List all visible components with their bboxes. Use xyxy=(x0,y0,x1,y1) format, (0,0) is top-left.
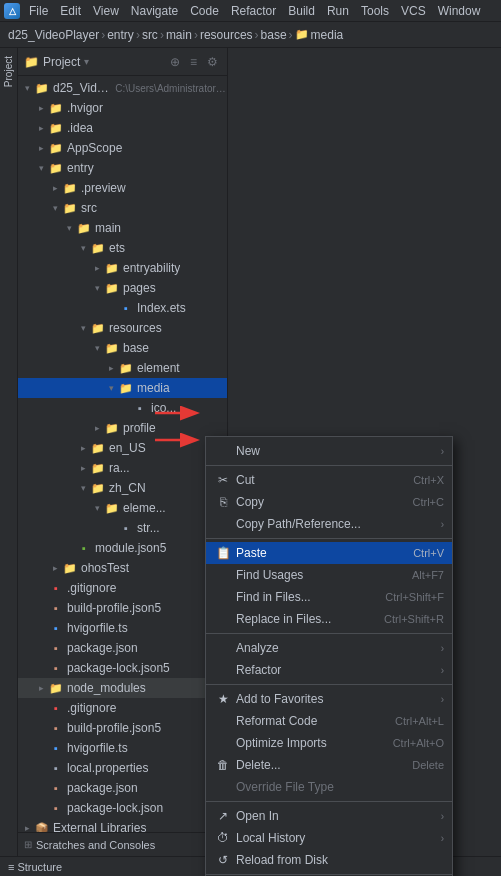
file-icon-package-lock: ▪ xyxy=(48,660,64,676)
ctx-item-add-favorites[interactable]: ★ Add to Favorites xyxy=(206,688,452,710)
panel-dropdown-icon[interactable]: ▾ xyxy=(84,56,89,67)
ctx-item-optimize-imports[interactable]: Optimize Imports Ctrl+Alt+O xyxy=(206,732,452,754)
tree-item-en-us[interactable]: ▸ 📁 en_US xyxy=(18,438,227,458)
ctx-item-reformat[interactable]: Reformat Code Ctrl+Alt+L xyxy=(206,710,452,732)
ctx-arrow-refactor xyxy=(441,665,444,676)
ctx-item-replace-in-files[interactable]: Replace in Files... Ctrl+Shift+R xyxy=(206,608,452,630)
breadcrumb-media-label[interactable]: media xyxy=(311,28,344,42)
scratches-label[interactable]: Scratches and Consoles xyxy=(36,839,155,851)
menu-window[interactable]: Window xyxy=(433,3,486,19)
ctx-item-find-in-files[interactable]: Find in Files... Ctrl+Shift+F xyxy=(206,586,452,608)
menu-build[interactable]: Build xyxy=(283,3,320,19)
ctx-item-new[interactable]: New xyxy=(206,440,452,462)
breadcrumb-src[interactable]: src xyxy=(142,28,158,42)
tree-label-element: element xyxy=(137,361,180,375)
arrow-src: ▾ xyxy=(48,203,62,213)
tree-item-resources[interactable]: ▾ 📁 resources xyxy=(18,318,227,338)
folder-icon-panel: 📁 xyxy=(24,55,39,69)
tree-item-base[interactable]: ▾ 📁 base xyxy=(18,338,227,358)
ctx-item-refactor[interactable]: Refactor xyxy=(206,659,452,681)
ctx-item-analyze[interactable]: Analyze xyxy=(206,637,452,659)
tree-item-hvigorfile2[interactable]: ▪ hvigorfile.ts xyxy=(18,738,227,758)
tree-item-build-profile[interactable]: ▪ build-profile.json5 xyxy=(18,598,227,618)
menu-refactor[interactable]: Refactor xyxy=(226,3,281,19)
tree-item-element[interactable]: ▸ 📁 element xyxy=(18,358,227,378)
tree-item-package-lock2[interactable]: ▪ package-lock.json xyxy=(18,798,227,818)
tree-item-gitignore[interactable]: ▪ .gitignore xyxy=(18,578,227,598)
tree-item-index-ets[interactable]: ▪ Index.ets xyxy=(18,298,227,318)
menu-code[interactable]: Code xyxy=(185,3,224,19)
breadcrumb-media[interactable]: 📁 media xyxy=(295,28,344,42)
tree-item-package-lock[interactable]: ▪ package-lock.json5 xyxy=(18,658,227,678)
menu-run[interactable]: Run xyxy=(322,3,354,19)
tree-item-idea[interactable]: ▸ 📁 .idea xyxy=(18,118,227,138)
tree-item-src[interactable]: ▾ 📁 src xyxy=(18,198,227,218)
ctx-item-local-history[interactable]: ⏱ Local History xyxy=(206,827,452,849)
tree-item-module-json[interactable]: ▪ module.json5 xyxy=(18,538,227,558)
arrow-en-us: ▸ xyxy=(76,443,90,453)
tree-item-package-json2[interactable]: ▪ package.json xyxy=(18,778,227,798)
tree-item-appscope[interactable]: ▸ 📁 AppScope xyxy=(18,138,227,158)
ctx-item-open-in[interactable]: ↗ Open In xyxy=(206,805,452,827)
tree-label-build-profile2: build-profile.json5 xyxy=(67,721,161,735)
ctx-item-delete[interactable]: 🗑 Delete... Delete xyxy=(206,754,452,776)
ctx-item-reload-disk[interactable]: ↺ Reload from Disk xyxy=(206,849,452,871)
ctx-item-cut[interactable]: ✂ Cut Ctrl+X xyxy=(206,469,452,491)
tree-item-ets[interactable]: ▾ 📁 ets xyxy=(18,238,227,258)
tree-item-entry[interactable]: ▾ 📁 entry xyxy=(18,158,227,178)
breadcrumb-resources[interactable]: resources xyxy=(200,28,253,42)
tree-item-ohostest[interactable]: ▸ 📁 ohosTest xyxy=(18,558,227,578)
tree-item-gitignore2[interactable]: ▪ .gitignore xyxy=(18,698,227,718)
menu-vcs[interactable]: VCS xyxy=(396,3,431,19)
panel-collapse-btn[interactable]: ≡ xyxy=(187,54,200,70)
breadcrumb: d25_VideoPlayer › entry › src › main › r… xyxy=(0,22,501,48)
ctx-local-history-icon: ⏱ xyxy=(214,831,232,845)
ctx-item-copy[interactable]: ⎘ Copy Ctrl+C xyxy=(206,491,452,513)
tree-item-zh-cn[interactable]: ▾ 📁 zh_CN xyxy=(18,478,227,498)
tree-item-ico[interactable]: ▪ ico... xyxy=(18,398,227,418)
tree-item-hvigor[interactable]: ▸ 📁 .hvigor xyxy=(18,98,227,118)
menu-navigate[interactable]: Navigate xyxy=(126,3,183,19)
tree-item-package-json[interactable]: ▪ package.json xyxy=(18,638,227,658)
folder-icon-eleme: 📁 xyxy=(104,500,120,516)
menu-tools[interactable]: Tools xyxy=(356,3,394,19)
tree-item-hvigorfile[interactable]: ▪ hvigorfile.ts xyxy=(18,618,227,638)
tree-item-root[interactable]: ▾ 📁 d25_VideoPlayer C:\Users\Administrat… xyxy=(18,78,227,98)
menu-view[interactable]: View xyxy=(88,3,124,19)
tree-item-local-properties[interactable]: ▪ local.properties xyxy=(18,758,227,778)
tree-item-preview[interactable]: ▸ 📁 .preview xyxy=(18,178,227,198)
file-icon-index-ets: ▪ xyxy=(118,300,134,316)
tree-item-media[interactable]: ▾ 📁 media xyxy=(18,378,227,398)
panel-locate-btn[interactable]: ⊕ xyxy=(167,54,183,70)
tree-item-profile[interactable]: ▸ 📁 profile xyxy=(18,418,227,438)
breadcrumb-entry[interactable]: entry xyxy=(107,28,134,42)
arrow-external-libs: ▸ xyxy=(20,823,34,832)
tree-item-external-libs[interactable]: ▸ 📦 External Libraries xyxy=(18,818,227,832)
panel-settings-btn[interactable]: ⚙ xyxy=(204,54,221,70)
breadcrumb-project[interactable]: d25_VideoPlayer xyxy=(8,28,99,42)
tree-item-str[interactable]: ▪ str... xyxy=(18,518,227,538)
tree-item-eleme[interactable]: ▾ 📁 eleme... xyxy=(18,498,227,518)
ctx-item-find-usages[interactable]: Find Usages Alt+F7 xyxy=(206,564,452,586)
icon-external-libs: 📦 xyxy=(34,820,50,832)
tree-item-build-profile2[interactable]: ▪ build-profile.json5 xyxy=(18,718,227,738)
tree-label-index-ets: Index.ets xyxy=(137,301,186,315)
tree-item-raw[interactable]: ▸ 📁 ra... xyxy=(18,458,227,478)
ctx-item-copy-path[interactable]: Copy Path/Reference... xyxy=(206,513,452,535)
breadcrumb-main[interactable]: main xyxy=(166,28,192,42)
menu-file[interactable]: File xyxy=(24,3,53,19)
tree-item-node-modules[interactable]: ▸ 📁 node_modules xyxy=(18,678,227,698)
bottom-structure[interactable]: ≡ Structure xyxy=(8,861,62,873)
ctx-shortcut-find-usages: Alt+F7 xyxy=(412,569,444,581)
ctx-item-paste[interactable]: 📋 Paste Ctrl+V xyxy=(206,542,452,564)
breadcrumb-base[interactable]: base xyxy=(261,28,287,42)
ctx-label-new: New xyxy=(236,444,437,458)
project-tab-label[interactable]: Project xyxy=(3,56,14,87)
tree-item-entryability[interactable]: ▸ 📁 entryability xyxy=(18,258,227,278)
ctx-copy-icon: ⎘ xyxy=(214,495,232,509)
menu-edit[interactable]: Edit xyxy=(55,3,86,19)
ctx-arrow-copy-path xyxy=(441,519,444,530)
tree-item-pages[interactable]: ▾ 📁 pages xyxy=(18,278,227,298)
ctx-sep-5 xyxy=(206,801,452,802)
tree-item-main[interactable]: ▾ 📁 main xyxy=(18,218,227,238)
